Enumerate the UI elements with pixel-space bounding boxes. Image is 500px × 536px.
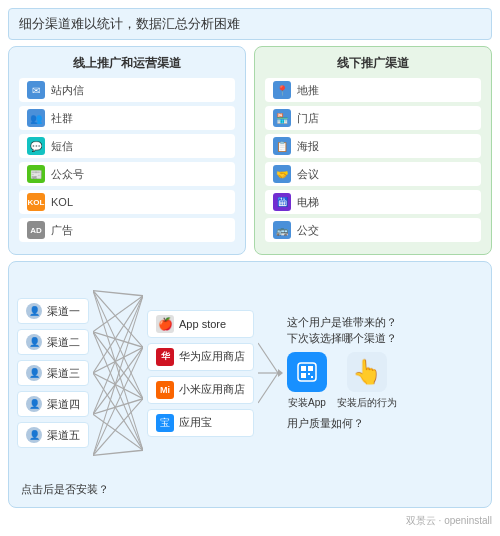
install-app-label: 安装App (288, 396, 326, 410)
list-item: 🏪 门店 (265, 106, 481, 130)
channel-name: 渠道一 (47, 304, 80, 319)
svg-rect-26 (308, 366, 313, 371)
flow-lines-left (93, 270, 143, 476)
list-item: 华 华为应用商店 (147, 343, 254, 371)
kol-icon: KOL (27, 193, 45, 211)
flow-actions: 安装App 👆 安装后的行为 (287, 352, 397, 410)
sms-icon: 💬 (27, 137, 45, 155)
after-install-label: 安装后的行为 (337, 396, 397, 410)
store-label: App store (179, 318, 226, 330)
poster-icon: 📋 (273, 137, 291, 155)
channel-user-icon: 👤 (26, 396, 42, 412)
store-label: 小米应用商店 (179, 382, 245, 397)
list-item: 👤 渠道二 (17, 329, 89, 355)
svg-line-13 (93, 347, 143, 414)
elevator-icon: 🛗 (273, 193, 291, 211)
question-line2: 下次该选择哪个渠道？ (287, 332, 397, 344)
list-item: 📋 海报 (265, 134, 481, 158)
list-item: 📍 地推 (265, 78, 481, 102)
list-item: 👤 渠道四 (17, 391, 89, 417)
store-icon: 🏪 (273, 109, 291, 127)
channel-user-icon: 👤 (26, 303, 42, 319)
list-item: 👤 渠道三 (17, 360, 89, 386)
channel-label: 社群 (51, 111, 73, 126)
group-icon: 👥 (27, 109, 45, 127)
install-app-action: 安装App (287, 352, 327, 410)
list-item: KOL KOL (19, 190, 235, 214)
svg-line-0 (93, 291, 143, 296)
svg-line-22 (258, 373, 278, 403)
yingyongbao-icon: 宝 (156, 414, 174, 432)
flow-arrow-right (258, 323, 283, 423)
list-item: 🚌 公交 (265, 218, 481, 242)
question-line1: 这个用户是谁带来的？ (287, 316, 397, 328)
main-title: 细分渠道难以统计，数据汇总分析困难 (19, 16, 240, 31)
flow-section: 👤 渠道一 👤 渠道二 👤 渠道三 👤 渠道四 👤 渠道五 (8, 261, 492, 508)
svg-line-19 (93, 450, 143, 455)
list-item: 📰 公众号 (19, 162, 235, 186)
channel-label: 广告 (51, 223, 73, 238)
svg-rect-27 (301, 373, 306, 378)
meeting-icon: 🤝 (273, 165, 291, 183)
online-channel-box: 线上推广和运营渠道 ✉ 站内信 👥 社群 💬 短信 📰 公众号 KOL KOL (8, 46, 246, 255)
title-bar: 细分渠道难以统计，数据汇总分析困难 (8, 8, 492, 40)
channel-label: 公交 (297, 223, 319, 238)
list-item: 👤 渠道五 (17, 422, 89, 448)
xiaomi-icon: Mi (156, 381, 174, 399)
flow-right-area: 这个用户是谁带来的？ 下次该选择哪个渠道？ (287, 315, 483, 431)
svg-line-20 (258, 343, 278, 373)
list-item: 🍎 App store (147, 310, 254, 338)
svg-rect-24 (298, 363, 316, 381)
svg-rect-29 (311, 376, 313, 378)
channel-name: 渠道四 (47, 397, 80, 412)
svg-rect-25 (301, 366, 306, 371)
ground-push-icon: 📍 (273, 81, 291, 99)
store-label: 华为应用商店 (179, 349, 245, 364)
watermark: 双景云 · openinstall (8, 514, 492, 528)
appstore-icon: 🍎 (156, 315, 174, 333)
channel-label: 公众号 (51, 167, 84, 182)
after-install-action: 👆 安装后的行为 (337, 352, 397, 410)
wechat-official-icon: 📰 (27, 165, 45, 183)
station-message-icon: ✉ (27, 81, 45, 99)
main-container: 细分渠道难以统计，数据汇总分析困难 线上推广和运营渠道 ✉ 站内信 👥 社群 💬… (0, 0, 500, 536)
channel-label: 短信 (51, 139, 73, 154)
channel-label: 会议 (297, 167, 319, 182)
list-item: 宝 应用宝 (147, 409, 254, 437)
svg-marker-23 (278, 369, 283, 377)
channel-label: 地推 (297, 83, 319, 98)
flow-left-channels: 👤 渠道一 👤 渠道二 👤 渠道三 👤 渠道四 👤 渠道五 (17, 298, 89, 448)
install-app-icon (287, 352, 327, 392)
offline-channel-box: 线下推广渠道 📍 地推 🏪 门店 📋 海报 🤝 会议 🛗 电梯 (254, 46, 492, 255)
install-question-label: 点击后是否安装？ (21, 482, 109, 497)
list-item: 🤝 会议 (265, 162, 481, 186)
svg-line-6 (93, 332, 143, 399)
online-title: 线上推广和运营渠道 (19, 55, 235, 72)
list-item: ✉ 站内信 (19, 78, 235, 102)
flow-bottom-bar: 点击后是否安装？ (17, 480, 483, 499)
channel-label: 门店 (297, 111, 319, 126)
flow-question-text: 这个用户是谁带来的？ 下次该选择哪个渠道？ (287, 315, 397, 346)
store-label: 应用宝 (179, 415, 212, 430)
channel-label: 站内信 (51, 83, 84, 98)
channel-user-icon: 👤 (26, 365, 42, 381)
bus-icon: 🚌 (273, 221, 291, 239)
channel-user-icon: 👤 (26, 334, 42, 350)
after-install-icon: 👆 (347, 352, 387, 392)
arrow-lines-svg (258, 323, 283, 423)
flow-main: 👤 渠道一 👤 渠道二 👤 渠道三 👤 渠道四 👤 渠道五 (17, 270, 483, 476)
connecting-lines-svg (93, 270, 143, 476)
channel-label: 电梯 (297, 195, 319, 210)
ad-icon: AD (27, 221, 45, 239)
channel-user-icon: 👤 (26, 427, 42, 443)
list-item: AD 广告 (19, 218, 235, 242)
huawei-icon: 华 (156, 348, 174, 366)
channel-name: 渠道二 (47, 335, 80, 350)
list-item: 👤 渠道一 (17, 298, 89, 324)
list-item: 🛗 电梯 (265, 190, 481, 214)
list-item: 👥 社群 (19, 106, 235, 130)
channels-section: 线上推广和运营渠道 ✉ 站内信 👥 社群 💬 短信 📰 公众号 KOL KOL (8, 46, 492, 255)
user-quality-question: 用户质量如何？ (287, 416, 364, 431)
channel-name: 渠道五 (47, 428, 80, 443)
svg-rect-28 (308, 373, 310, 375)
